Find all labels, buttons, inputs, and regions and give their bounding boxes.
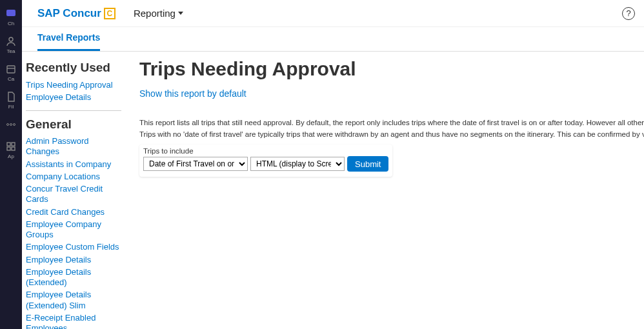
page-title: Trips Needing Approval	[139, 58, 644, 80]
report-form: Trips to include Date of First Travel on…	[139, 145, 392, 177]
sidebar-link-general[interactable]: Employee Details	[26, 254, 121, 266]
report-sidebar: Recently Used Trips Needing Approval Emp…	[22, 52, 126, 329]
show-default-link[interactable]: Show this report by default	[139, 88, 247, 99]
svg-rect-6	[7, 143, 10, 146]
svg-rect-9	[12, 147, 15, 150]
sidebar-link-general[interactable]: Admin Password Changes	[26, 135, 121, 159]
rail-label: Ap	[8, 154, 14, 159]
submit-button[interactable]: Submit	[347, 156, 388, 172]
svg-rect-7	[12, 143, 15, 146]
calendar-icon	[5, 63, 17, 75]
menu-label: Reporting	[134, 8, 176, 19]
header-bar: SAP Concur C Reporting ?	[22, 0, 644, 27]
brand[interactable]: SAP Concur C	[37, 7, 116, 20]
sidebar-link-general[interactable]: Concur Travel Credit Cards	[26, 183, 121, 206]
sidebar-link-general[interactable]: Employee Company Groups	[26, 218, 121, 241]
svg-rect-0	[6, 10, 15, 16]
svg-point-1	[9, 37, 13, 41]
app-left-rail: Ch Tea Ca Fil Ap	[0, 0, 22, 329]
svg-rect-2	[7, 66, 15, 73]
apps-icon	[5, 141, 17, 152]
teams-icon	[5, 35, 17, 47]
chevron-down-icon	[178, 12, 183, 15]
output-format-select[interactable]: HTML (display to Screen)	[250, 157, 345, 171]
sidebar-link-general[interactable]: Employee Details (Extended)	[26, 266, 121, 289]
rail-label: Ch	[8, 21, 14, 26]
rail-item-teams[interactable]: Tea	[0, 30, 22, 58]
svg-point-4	[10, 124, 12, 126]
divider	[26, 110, 121, 111]
rail-item-more[interactable]	[0, 114, 22, 135]
sidebar-link-general[interactable]: Employee Custom Fields	[26, 241, 121, 254]
sidebar-link-recent[interactable]: Trips Needing Approval	[26, 79, 121, 91]
sidebar-link-general[interactable]: Employee Details (Extended) Slim	[26, 289, 121, 312]
report-pane: Trips Needing Approval Show this report …	[126, 52, 644, 329]
tab-bar: Travel Reports	[22, 27, 644, 52]
sidebar-link-general[interactable]: Assistants in Company	[26, 158, 121, 170]
svg-point-5	[14, 124, 15, 126]
svg-point-3	[7, 124, 9, 126]
brand-text: SAP Concur	[37, 7, 101, 20]
sidebar-link-general[interactable]: E-Receipt Enabled Employees	[26, 312, 121, 329]
rail-item-files[interactable]: Fil	[0, 86, 22, 114]
general-heading: General	[26, 117, 121, 132]
content-row: Recently Used Trips Needing Approval Emp…	[22, 52, 644, 329]
trips-to-include-select[interactable]: Date of First Travel on or After Today	[143, 157, 248, 171]
rail-label: Ca	[8, 76, 14, 82]
rail-item-calendar[interactable]: Ca	[0, 58, 22, 86]
report-description: This report lists all trips that still n…	[139, 118, 644, 139]
trips-to-include-label: Trips to include	[143, 147, 388, 155]
rail-item-chat[interactable]: Ch	[0, 3, 22, 30]
sidebar-link-recent[interactable]: Employee Details	[26, 91, 121, 103]
rail-item-apps[interactable]: Ap	[0, 135, 22, 163]
rail-label: Fil	[8, 104, 14, 110]
files-icon	[5, 91, 17, 103]
sidebar-link-general[interactable]: Credit Card Changes	[26, 206, 121, 218]
help-icon[interactable]: ?	[622, 7, 635, 20]
main-area: SAP Concur C Reporting ? Travel Reports …	[22, 0, 644, 329]
svg-rect-8	[7, 147, 10, 150]
sidebar-link-general[interactable]: Company Locations	[26, 170, 121, 183]
brand-logo-icon: C	[104, 8, 116, 19]
desc-line: This report lists all trips that still n…	[139, 118, 644, 128]
more-icon	[5, 119, 17, 130]
recently-used-heading: Recently Used	[26, 61, 121, 75]
chat-icon	[5, 8, 17, 19]
rail-label: Tea	[7, 48, 15, 54]
reporting-menu[interactable]: Reporting	[134, 8, 183, 19]
desc-line: Trips with no 'date of first travel' are…	[139, 130, 644, 140]
tab-travel-reports[interactable]: Travel Reports	[37, 27, 100, 51]
